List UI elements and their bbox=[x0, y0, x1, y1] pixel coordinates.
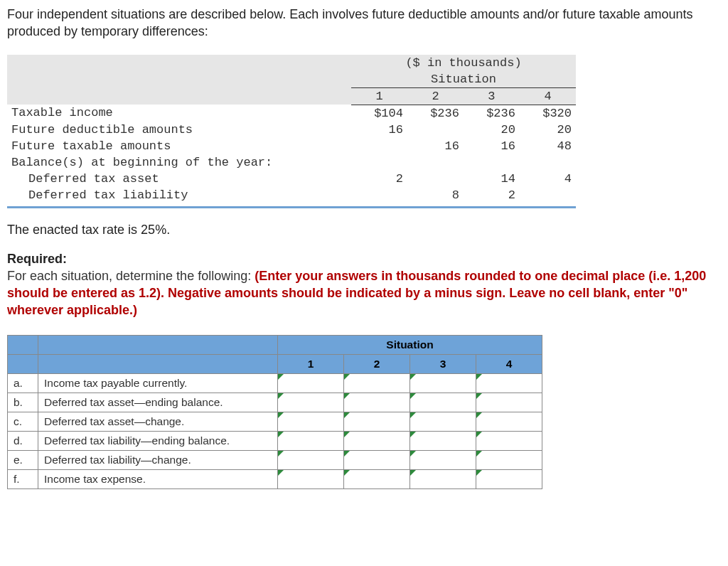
grid-col-3: 3 bbox=[410, 354, 476, 373]
required-lead: For each situation, determine the follow… bbox=[7, 269, 255, 283]
data-cell bbox=[407, 171, 464, 187]
row-letter: e. bbox=[8, 450, 38, 469]
answer-input[interactable] bbox=[278, 374, 343, 392]
row-description: Income tax expense. bbox=[38, 469, 278, 488]
answer-input[interactable] bbox=[344, 470, 410, 488]
answer-input[interactable] bbox=[476, 412, 542, 430]
answer-input[interactable] bbox=[410, 451, 476, 469]
data-cell: $236 bbox=[407, 105, 464, 122]
row-description: Deferred tax asset—change. bbox=[38, 412, 278, 431]
data-cell: $104 bbox=[351, 105, 407, 122]
table-row: d.Deferred tax liability—ending balance. bbox=[8, 431, 542, 450]
answer-input[interactable] bbox=[410, 432, 476, 449]
answer-cell[interactable] bbox=[476, 469, 542, 488]
answer-cell[interactable] bbox=[476, 373, 542, 393]
answer-cell[interactable] bbox=[410, 450, 476, 469]
answer-input[interactable] bbox=[344, 451, 410, 469]
data-row: Future taxable amounts161648 bbox=[7, 138, 576, 154]
answer-cell[interactable] bbox=[410, 469, 476, 488]
data-cell: 4 bbox=[520, 171, 576, 187]
answer-cell[interactable] bbox=[344, 412, 410, 431]
answer-cell[interactable] bbox=[344, 431, 410, 450]
answer-cell[interactable] bbox=[278, 469, 344, 488]
table-row: e.Deferred tax liability—change. bbox=[8, 450, 542, 469]
answer-input[interactable] bbox=[410, 470, 476, 488]
answer-input[interactable] bbox=[476, 470, 542, 488]
answer-input[interactable] bbox=[410, 412, 476, 430]
tax-rate-line: The enacted tax rate is 25%. bbox=[7, 223, 721, 237]
situation-group-label: Situation bbox=[351, 71, 576, 88]
row-description: Income tax payable currently. bbox=[38, 373, 278, 393]
grid-corner-left bbox=[8, 335, 38, 354]
col-head-3: 3 bbox=[464, 87, 520, 105]
answer-input[interactable] bbox=[476, 432, 542, 449]
answer-grid: Situation 1 2 3 4 a.Income tax payable c… bbox=[7, 335, 542, 489]
data-cell: 20 bbox=[464, 122, 520, 138]
row-letter: b. bbox=[8, 393, 38, 412]
answer-cell[interactable] bbox=[278, 373, 344, 393]
answer-cell[interactable] bbox=[476, 393, 542, 412]
answer-input[interactable] bbox=[410, 374, 476, 392]
data-row-label: Balance(s) at beginning of the year: bbox=[7, 154, 351, 171]
answer-input[interactable] bbox=[278, 451, 343, 469]
answer-cell[interactable] bbox=[278, 450, 344, 469]
answer-input[interactable] bbox=[278, 470, 343, 488]
answer-cell[interactable] bbox=[344, 450, 410, 469]
data-cell bbox=[520, 154, 576, 171]
data-cell: $320 bbox=[520, 105, 576, 122]
row-letter: f. bbox=[8, 469, 38, 488]
answer-cell[interactable] bbox=[278, 393, 344, 412]
required-heading: Required: bbox=[7, 250, 721, 267]
data-cell: 16 bbox=[407, 138, 464, 154]
answer-cell[interactable] bbox=[410, 431, 476, 450]
col-head-2: 2 bbox=[407, 87, 464, 105]
data-cell: 16 bbox=[351, 122, 407, 138]
answer-cell[interactable] bbox=[476, 431, 542, 450]
table-row: c.Deferred tax asset—change. bbox=[8, 412, 542, 431]
data-cell: 2 bbox=[351, 171, 407, 187]
row-description: Deferred tax asset—ending balance. bbox=[38, 393, 278, 412]
data-row-label: Taxable income bbox=[7, 105, 351, 122]
answer-input[interactable] bbox=[476, 451, 542, 469]
answer-cell[interactable] bbox=[344, 469, 410, 488]
row-description: Deferred tax liability—ending balance. bbox=[38, 431, 278, 450]
data-row: Deferred tax asset2144 bbox=[7, 171, 576, 187]
col-head-1: 1 bbox=[351, 87, 407, 105]
answer-input[interactable] bbox=[344, 412, 410, 430]
grid-subhead-blank-l bbox=[8, 354, 38, 373]
data-cell bbox=[520, 187, 576, 203]
answer-input[interactable] bbox=[278, 412, 343, 430]
answer-cell[interactable] bbox=[476, 450, 542, 469]
data-cell: 16 bbox=[464, 138, 520, 154]
row-letter: d. bbox=[8, 431, 38, 450]
grid-subhead-blank-m bbox=[38, 354, 278, 373]
answer-cell[interactable] bbox=[410, 412, 476, 431]
answer-cell[interactable] bbox=[344, 373, 410, 393]
table-bottom-rule bbox=[7, 206, 576, 208]
data-cell: 2 bbox=[464, 187, 520, 203]
answer-cell[interactable] bbox=[344, 393, 410, 412]
table-row: b.Deferred tax asset—ending balance. bbox=[8, 393, 542, 412]
data-cell bbox=[351, 154, 407, 171]
data-cell bbox=[464, 154, 520, 171]
answer-input[interactable] bbox=[410, 393, 476, 411]
answer-cell[interactable] bbox=[476, 412, 542, 431]
answer-input[interactable] bbox=[278, 393, 343, 411]
data-row: Balance(s) at beginning of the year: bbox=[7, 154, 576, 171]
table-row: a.Income tax payable currently. bbox=[8, 373, 542, 393]
grid-group-header: Situation bbox=[278, 335, 542, 354]
answer-input[interactable] bbox=[344, 432, 410, 449]
answer-cell[interactable] bbox=[278, 431, 344, 450]
answer-input[interactable] bbox=[344, 374, 410, 392]
answer-cell[interactable] bbox=[410, 393, 476, 412]
required-block: Required: For each situation, determine … bbox=[7, 250, 721, 319]
answer-input[interactable] bbox=[278, 432, 343, 449]
answer-input[interactable] bbox=[476, 393, 542, 411]
answer-input[interactable] bbox=[344, 393, 410, 411]
data-cell bbox=[407, 154, 464, 171]
answer-cell[interactable] bbox=[410, 373, 476, 393]
data-table-block: ($ in thousands) Situation 1 2 3 4 Taxab… bbox=[7, 55, 721, 208]
answer-cell[interactable] bbox=[278, 412, 344, 431]
intro-text: Four independent situations are describe… bbox=[7, 6, 721, 41]
answer-input[interactable] bbox=[476, 374, 542, 392]
